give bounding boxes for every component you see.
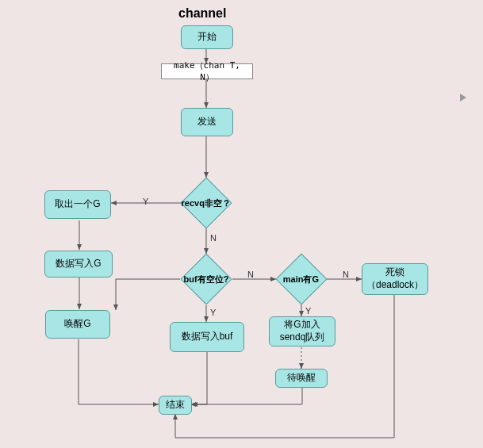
lbl-main-n: N	[343, 270, 349, 279]
node-takeg: 取出一个G	[44, 190, 111, 219]
node-recvq: recvq非空？	[180, 177, 232, 228]
lbl-buf-n: N	[247, 270, 254, 279]
lbl-recvq-n: N	[210, 233, 217, 243]
node-end: 结束	[159, 396, 192, 415]
node-writeg: 数据写入G	[44, 251, 113, 278]
node-joinsendq: 将G加入sendq队列	[269, 316, 335, 347]
play-icon	[460, 94, 466, 101]
node-bufhas: buf有空位?	[180, 253, 232, 304]
node-send: 发送	[181, 108, 233, 136]
node-wakeg: 唤醒G	[45, 310, 110, 339]
node-writebuf: 数据写入buf	[170, 322, 244, 352]
lbl-main-y: Y	[305, 306, 311, 316]
node-deadlock: 死锁（deadlock）	[362, 263, 428, 295]
node-maing: main有G	[275, 253, 327, 304]
node-start: 开始	[181, 25, 233, 49]
lbl-recvq-y: Y	[143, 197, 148, 206]
lbl-buf-y: Y	[210, 308, 216, 317]
node-waitwake: 待唤醒	[275, 369, 328, 388]
title: channel	[178, 6, 226, 21]
node-make: make（chan T, N）	[161, 63, 253, 79]
